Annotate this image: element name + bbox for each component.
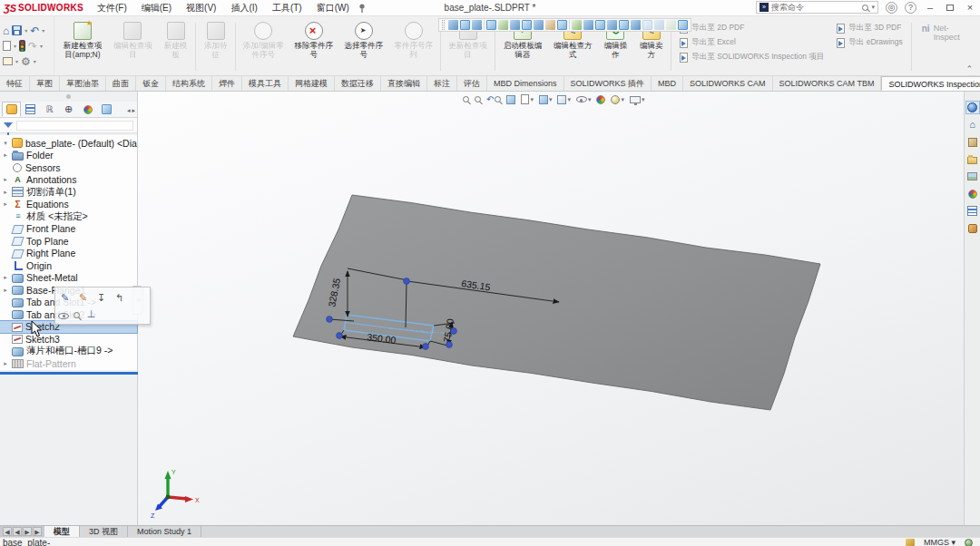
tool-icon[interactable] [522, 20, 532, 30]
tree-item-origin[interactable]: Origin [0, 259, 137, 272]
new-inspection-project-button[interactable]: 新建检查项目(amp;N) [58, 20, 107, 73]
tab-data-migration[interactable]: 数据迁移 [335, 76, 381, 91]
tool-icon[interactable] [460, 20, 470, 30]
options-dropdown-icon[interactable]: ▾ [34, 58, 36, 64]
undo-dropdown-icon[interactable]: ▾ [42, 27, 44, 34]
tree-item-material[interactable]: ≡ 材质 <未指定> [0, 210, 137, 223]
hide-show-items-icon[interactable]: ▾ [576, 96, 592, 103]
3d-views-tab[interactable]: 3D 视图 [80, 526, 128, 537]
tree-item-sheet-metal[interactable]: ▸ Sheet-Metal [0, 272, 137, 285]
insert-into-new-part-icon[interactable]: ↧ [94, 291, 108, 305]
configuration-manager-tab[interactable]: ℝ [40, 102, 59, 117]
tree-item-folder[interactable]: ▸ Folder [0, 150, 137, 162]
tree-item-sensors[interactable]: Sensors [0, 161, 137, 174]
motion-study-tab[interactable]: Motion Study 1 [128, 526, 201, 537]
toolbar-drag-handle[interactable] [442, 20, 445, 30]
display-manager-tab[interactable] [78, 102, 97, 117]
new-dropdown-icon[interactable]: ▾ [14, 43, 16, 49]
last-tab-icon[interactable]: ▶ [33, 527, 42, 536]
dimxpert-tab[interactable]: ⊕ [59, 102, 78, 117]
normal-to-icon[interactable]: ⊥ [84, 307, 98, 321]
solidworks-resources-tab[interactable] [965, 101, 980, 114]
user-account-icon[interactable]: ◎ [886, 2, 897, 14]
graphics-viewport[interactable]: ↶ ▾ ▾ ▾ ▾ ▾ ▾ [138, 92, 964, 525]
tab-mbd-dimensions[interactable]: MBD Dimensions [487, 76, 564, 91]
search-dropdown-icon[interactable]: ▾ [871, 4, 875, 11]
edit-appearance-icon[interactable] [596, 95, 605, 104]
tool-icon[interactable] [448, 20, 458, 30]
tab-structure-system[interactable]: 结构系统 [166, 76, 212, 91]
tree-item-annotations[interactable]: ▸ A Annotations [0, 174, 137, 187]
tab-evaluate[interactable]: 评估 [457, 76, 487, 91]
view-settings-icon[interactable]: ▾ [630, 96, 645, 103]
prev-tab-icon[interactable]: ◀ [13, 527, 22, 536]
save-icon[interactable] [12, 25, 22, 35]
forum-tab[interactable] [965, 221, 980, 235]
tab-sketch-ink[interactable]: 草图油墨 [60, 76, 106, 91]
tree-item-sketch3[interactable]: Sketch3 [0, 333, 137, 346]
tool-icon[interactable] [619, 20, 629, 30]
tool-icon[interactable] [595, 20, 605, 30]
custom-properties-tab[interactable] [965, 204, 980, 218]
model-tab[interactable]: 模型 [44, 526, 80, 537]
tree-item-cutlist[interactable]: ▸ 切割清单(1) [0, 186, 137, 199]
filter-input[interactable] [16, 121, 133, 131]
tree-item-flat-pattern[interactable]: ▸ Flat-Pattern [0, 357, 137, 370]
tab-weldments[interactable]: 焊件 [212, 76, 242, 91]
panel-splitter[interactable] [0, 372, 138, 375]
new-document-icon[interactable] [3, 41, 11, 51]
undo-icon[interactable]: ↶ [30, 25, 39, 36]
section-view-icon[interactable] [506, 95, 515, 104]
tab-scroll-right-icon[interactable]: ▸ [132, 107, 135, 114]
menu-insert[interactable]: 插入(I) [224, 1, 263, 15]
save-dropdown-icon[interactable]: ▾ [24, 27, 27, 34]
tab-addins[interactable]: SOLIDWORKS 插件 [564, 76, 652, 91]
filter-icon[interactable] [4, 122, 13, 128]
tree-root-item[interactable]: ▾ base_plate- (Default) <Diamond T [0, 137, 137, 150]
base-plate-body[interactable] [293, 195, 820, 410]
expand-arrow-icon[interactable]: ▸ [2, 189, 9, 196]
tree-item-top-plane[interactable]: Top Plane [0, 235, 137, 248]
expand-arrow-icon[interactable]: ▸ [2, 200, 9, 208]
view-palette-tab[interactable] [965, 170, 980, 183]
tab-mesh-modeling[interactable]: 网格建模 [289, 76, 335, 91]
search-input[interactable] [771, 3, 859, 12]
menu-window[interactable]: 窗口(W) [310, 1, 356, 15]
tool-icon[interactable] [510, 20, 520, 30]
tab-sketch[interactable]: 草图 [30, 76, 60, 91]
home-tab[interactable]: ⌂ [965, 118, 980, 132]
close-button[interactable]: × [964, 2, 976, 13]
tab-markup[interactable]: 标注 [427, 76, 457, 91]
tab-sheet-metal[interactable]: 钣金 [136, 76, 166, 91]
previous-view-icon[interactable]: ↶ [486, 95, 501, 104]
expand-arrow-icon[interactable]: ▾ [2, 140, 9, 147]
edit-feature-icon[interactable]: ✎ [76, 291, 90, 305]
expand-arrow-icon[interactable]: ▸ [2, 360, 9, 367]
tab-scroll-left-icon[interactable]: ◂ [127, 107, 131, 114]
menu-tools[interactable]: 工具(T) [266, 1, 309, 15]
tool-icon[interactable] [607, 20, 617, 30]
select-balloon-button[interactable]: 选择零件序号 [339, 20, 387, 73]
appearances-tab[interactable] [965, 187, 980, 200]
unit-system[interactable]: MMGS ▾ [924, 538, 956, 546]
help-icon[interactable]: ? [905, 2, 916, 14]
tool-icon[interactable] [545, 20, 555, 30]
options-gear-icon[interactable]: ⚙ [21, 56, 31, 67]
rollback-icon[interactable]: ↰ [113, 291, 126, 305]
menu-view[interactable]: 视图(V) [180, 1, 222, 15]
first-tab-icon[interactable]: ◀ [3, 527, 12, 536]
file-explorer-tab[interactable] [965, 152, 980, 166]
expand-arrow-icon[interactable]: ▸ [2, 176, 9, 183]
tool-icon[interactable] [472, 20, 482, 30]
tool-icon[interactable] [583, 20, 593, 30]
view-orientation-icon[interactable]: ▾ [539, 95, 553, 104]
feature-tree-tab[interactable] [2, 102, 21, 117]
ribbon-collapse-icon[interactable]: ⌃ [965, 64, 973, 73]
tab-surfaces[interactable]: 曲面 [106, 76, 136, 91]
rebuild-icon[interactable] [19, 40, 25, 52]
search-icon[interactable] [862, 5, 868, 11]
tab-inspection[interactable]: SOLIDWORKS Inspection [881, 76, 980, 91]
tool-icon[interactable] [534, 20, 544, 30]
hide-show-icon[interactable] [58, 313, 69, 319]
tree-item-tab-slot9[interactable]: 薄片和槽口-槽口9 -> [0, 346, 137, 358]
